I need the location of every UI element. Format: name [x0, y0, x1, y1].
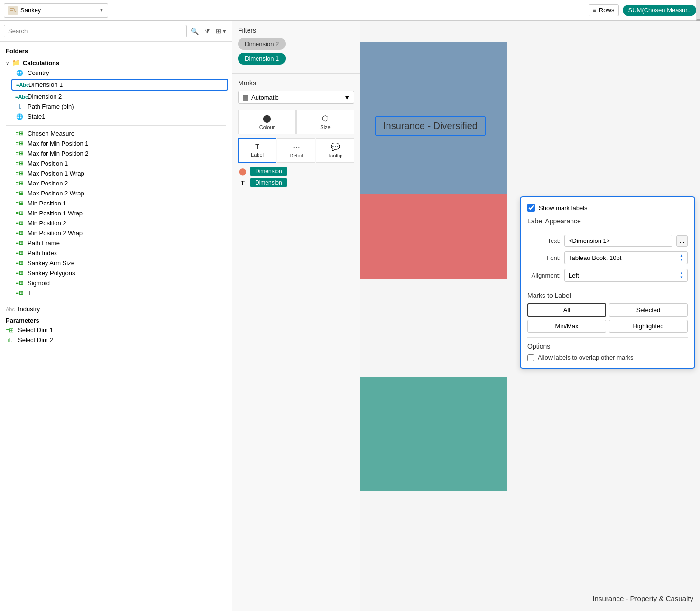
field-measure-8[interactable]: =⊞Min Position 1 Wrap: [0, 208, 232, 218]
field-measure-14[interactable]: =⊞Sankey Polygons: [0, 268, 232, 278]
measure-label: Min Position 1: [28, 200, 66, 207]
divider-1: [6, 125, 226, 126]
align-down-arrow[interactable]: ▼: [680, 276, 683, 279]
folder-header[interactable]: ∨ 📁 Calculations: [0, 57, 232, 68]
chevron-down-icon: ▼: [99, 8, 104, 13]
font-value: Tableau Book, 10pt: [569, 254, 678, 261]
sankey-label: Sankey: [20, 7, 96, 14]
calculations-folder: ∨ 📁 Calculations 🌐 Country =Abc Dimensio…: [0, 56, 232, 122]
divider-2: [6, 301, 226, 301]
highlighted-button[interactable]: Highlighted: [609, 320, 688, 333]
alignment-row: Alignment: Left ▲ ▼: [527, 269, 688, 282]
measure-hash-icon: =⊞: [15, 150, 24, 157]
field-measure-13[interactable]: =⊞Sankey Arm Size: [0, 258, 232, 268]
field-industry[interactable]: Abc Industry: [0, 304, 232, 314]
measure-label: Path Frame: [28, 240, 60, 247]
label-icon: T: [255, 143, 259, 150]
field-state1[interactable]: 🌐 State1: [0, 111, 232, 121]
parameters-label: Parameters: [0, 314, 232, 325]
field-measure-4[interactable]: =⊞Max Position 1 Wrap: [0, 168, 232, 178]
rows-label: Rows: [599, 7, 615, 14]
minmax-button[interactable]: Min/Max: [527, 320, 606, 333]
all-button[interactable]: All: [527, 303, 606, 317]
tooltip-label: Tooltip: [328, 153, 343, 158]
marks-to-label-section: Marks to Label All Selected Min/Max High…: [527, 287, 688, 333]
field-measure-2[interactable]: =⊞Max for Min Position 2: [0, 148, 232, 158]
font-up-arrow[interactable]: ▲: [680, 254, 683, 258]
popup-divider-2: [527, 287, 688, 287]
field-dimension2[interactable]: =Abc Dimension 2: [0, 92, 232, 102]
field-measure-10[interactable]: =⊞Min Position 2 Wrap: [0, 228, 232, 238]
tooltip-button[interactable]: 💬 Tooltip: [316, 138, 354, 163]
filter-button[interactable]: ⧩: [203, 25, 212, 37]
measure-hash-icon: =⊞: [15, 140, 24, 147]
measure-label: Min Position 1 Wrap: [28, 210, 83, 217]
sum-pill[interactable]: SUM(Chosen Measur..: [623, 5, 697, 16]
alignment-field-label: Alignment:: [527, 272, 561, 279]
insurance-diversified-label: Insurance - Diversified: [383, 120, 478, 131]
options-title: Options: [527, 343, 688, 350]
marks-type-select[interactable]: ▦ Automatic ▼: [238, 91, 354, 104]
text-input[interactable]: [564, 235, 672, 247]
measure-label: Sigmoid: [28, 279, 50, 287]
measure-hash-icon: =⊞: [15, 240, 24, 246]
abc-icon-dim2: =Abc: [15, 94, 24, 100]
field-select-dim1[interactable]: =⊞ Select Dim 1: [0, 325, 232, 335]
measure-hash-icon: =⊞: [15, 230, 24, 236]
field-path-frame-bin[interactable]: ıl. Path Frame (bin): [0, 102, 232, 111]
field-measure-1[interactable]: =⊞Max for Min Position 1: [0, 139, 232, 148]
alignment-select[interactable]: Left ▲ ▼: [564, 269, 688, 282]
show-mark-labels-checkbox[interactable]: [527, 204, 535, 212]
allow-overlap-label: Allow labels to overlap other marks: [538, 354, 634, 361]
field-measure-7[interactable]: =⊞Min Position 1: [0, 198, 232, 208]
sankey-select[interactable]: Sankey ▼: [4, 3, 108, 18]
label-button[interactable]: T Label: [238, 138, 276, 163]
search-input[interactable]: [4, 25, 187, 37]
field-measure-5[interactable]: =⊞Max Position 2: [0, 178, 232, 188]
field-dimension1[interactable]: =Abc Dimension 1: [11, 79, 228, 91]
field-label-pfb: Path Frame (bin): [28, 103, 74, 110]
alignment-arrows: ▲ ▼: [680, 271, 683, 279]
text-more-button[interactable]: ...: [676, 235, 688, 247]
align-up-arrow[interactable]: ▲: [680, 271, 683, 275]
measure-hash-icon: =⊞: [15, 290, 24, 296]
label-appearance-title: Label Appearance: [527, 217, 688, 225]
field-measure-12[interactable]: =⊞Path Index: [0, 248, 232, 258]
font-select[interactable]: Tableau Book, 10pt ▲ ▼: [564, 251, 688, 264]
filter-pill-dim2[interactable]: Dimension 2: [238, 38, 286, 50]
marks-grid: All Selected Min/Max Highlighted: [527, 303, 688, 333]
marks-to-label-title: Marks to Label: [527, 292, 688, 299]
hash-icon-2: ıl.: [6, 337, 14, 343]
selected-button[interactable]: Selected: [609, 303, 688, 317]
allow-overlap-checkbox[interactable]: [527, 354, 534, 361]
field-measure-6[interactable]: =⊞Max Position 2 Wrap: [0, 188, 232, 198]
field-measure-9[interactable]: =⊞Min Position 2: [0, 218, 232, 228]
field-measure-0[interactable]: =⊞Chosen Measure: [0, 129, 232, 139]
filters-title: Filters: [238, 27, 354, 34]
search-bar: 🔍 ⧩ ⊞ ▾: [0, 21, 232, 42]
colour-button[interactable]: ⬤ Colour: [238, 110, 296, 134]
dimension-pill-1[interactable]: Dimension: [250, 167, 287, 176]
dimension-pill-2[interactable]: Dimension: [250, 178, 287, 187]
marks-buttons-2: T Label ⋯ Detail 💬 Tooltip: [238, 138, 354, 163]
font-down-arrow[interactable]: ▼: [680, 258, 683, 262]
measures-list: =⊞Chosen Measure=⊞Max for Min Position 1…: [0, 129, 232, 298]
view-button[interactable]: ⊞ ▾: [214, 26, 228, 37]
abc-icon-industry: Abc: [6, 306, 14, 312]
field-measure-11[interactable]: =⊞Path Frame: [0, 238, 232, 248]
filters-section: Filters Dimension 2 Dimension 1: [232, 21, 360, 74]
text-field-label: Text:: [527, 237, 561, 244]
field-select-dim2[interactable]: ıl. Select Dim 2: [0, 335, 232, 345]
hash-icon-1: =⊞: [6, 327, 14, 333]
field-measure-15[interactable]: =⊞Sigmoid: [0, 278, 232, 288]
marks-buttons: ⬤ Colour ⬡ Size: [238, 110, 354, 134]
field-measure-16[interactable]: =⊞T: [0, 288, 232, 298]
size-label: Size: [320, 124, 330, 130]
field-country[interactable]: 🌐 Country: [0, 68, 232, 78]
search-button[interactable]: 🔍: [189, 26, 201, 37]
field-measure-3[interactable]: =⊞Max Position 1: [0, 158, 232, 168]
detail-button[interactable]: ⋯ Detail: [277, 138, 315, 163]
size-button[interactable]: ⬡ Size: [296, 110, 354, 134]
detail-icon: ⋯: [293, 142, 300, 151]
filter-pill-dim1[interactable]: Dimension 1: [238, 53, 286, 65]
